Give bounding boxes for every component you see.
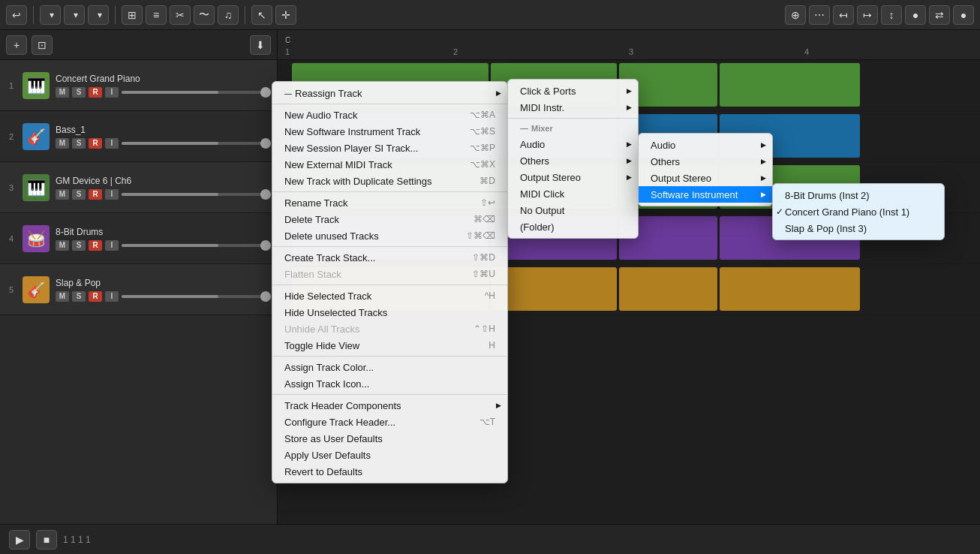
submenu-mixer-items: Audio Others Output Stereo Software Inst… <box>638 133 773 206</box>
submenu3-concert-grand[interactable]: Concert Grand Piano (Inst 1) <box>773 203 944 220</box>
slap-pop-label: Slap & Pop (Inst 3) <box>785 223 867 234</box>
8bit-drums-label: 8-Bit Drums (Inst 2) <box>785 190 870 201</box>
submenu2-audio-label: Audio <box>651 140 675 151</box>
menu-item-new-session[interactable]: New Session Player SI Track... ⌥⌘P <box>272 140 507 156</box>
toggle-hide-label: Toggle Hide View <box>284 340 359 351</box>
delete-unused-shortcut: ⇧⌘⌫ <box>451 230 495 241</box>
apply-defaults-label: Apply User Defaults <box>284 450 371 461</box>
menu-item-track-header-components[interactable]: Track Header Components <box>272 397 507 414</box>
menu-item-configure-header[interactable]: Configure Track Header... ⌥T <box>272 414 507 430</box>
new-software-label: New Software Instrument Track <box>284 126 420 137</box>
separator-4 <box>272 285 507 285</box>
menu-item-revert-defaults[interactable]: Revert to Defaults <box>272 463 507 480</box>
concert-grand-label: Concert Grand Piano (Inst 1) <box>785 206 909 218</box>
track-header-components-label: Track Header Components <box>284 400 401 411</box>
new-audio-shortcut: ⌥⌘A <box>455 110 495 120</box>
menu-item-apply-defaults[interactable]: Apply User Defaults <box>272 447 507 463</box>
submenu2-software-instrument[interactable]: Software Instrument 8-Bit Drums (Inst 2)… <box>639 186 772 203</box>
software-instrument-label: Software Instrument <box>651 189 738 200</box>
unhide-all-shortcut: ⌃⇧H <box>458 324 495 334</box>
create-stack-label: Create Track Stack... <box>284 252 375 263</box>
menu-item-unhide-all: Unhide All Tracks ⌃⇧H <box>272 321 507 337</box>
configure-header-shortcut: ⌥T <box>464 417 495 427</box>
rename-shortcut: ⇧↩ <box>465 197 495 208</box>
submenu2-others[interactable]: Others <box>639 153 772 170</box>
menu-item-new-software[interactable]: New Software Instrument Track ⌥⌘S <box>272 123 507 140</box>
menu-item-hide-unselected[interactable]: Hide Unselected Tracks <box>272 304 507 321</box>
new-duplicate-label: New Track with Duplicate Settings <box>284 176 432 187</box>
submenu1-no-output[interactable]: No Output <box>508 202 638 218</box>
separator-6 <box>272 394 507 395</box>
separator-3 <box>272 246 507 247</box>
assign-icon-label: Assign Track Icon... <box>284 378 369 390</box>
minus-icon: — <box>284 89 292 98</box>
midi-instr-label: MIDI Instr. <box>520 102 564 113</box>
delete-shortcut: ⌘⌫ <box>458 214 495 224</box>
submenu1-midi-instr[interactable]: MIDI Instr. <box>508 99 638 116</box>
audio-label: Audio <box>520 139 545 150</box>
menu-item-rename[interactable]: Rename Track ⇧↩ <box>272 194 507 211</box>
submenu1-folder[interactable]: (Folder) <box>508 218 638 235</box>
output-stereo-label: Output Stereo <box>520 172 581 183</box>
flatten-label: Flatten Stack <box>284 269 341 280</box>
submenu2-output-stereo[interactable]: Output Stereo <box>639 170 772 186</box>
hide-selected-label: Hide Selected Track <box>284 291 371 302</box>
submenu-software-instruments: 8-Bit Drums (Inst 2) Concert Grand Piano… <box>772 183 945 240</box>
new-software-shortcut: ⌥⌘S <box>455 126 495 137</box>
submenu1-click-ports[interactable]: Click & Ports <box>508 83 638 99</box>
submenu3-8bit-drums[interactable]: 8-Bit Drums (Inst 2) <box>773 187 944 203</box>
assign-color-label: Assign Track Color... <box>284 362 374 373</box>
menu-item-new-external[interactable]: New External MIDI Track ⌥⌘X <box>272 156 507 173</box>
menu-overlay: — Reassign Track New Audio Track ⌥⌘A New… <box>0 0 980 554</box>
rename-label: Rename Track <box>284 197 348 209</box>
store-defaults-label: Store as User Defaults <box>284 433 383 444</box>
menu-item-new-duplicate[interactable]: New Track with Duplicate Settings ⌘D <box>272 173 507 189</box>
submenu1-midi-click[interactable]: MIDI Click <box>508 185 638 202</box>
revert-defaults-label: Revert to Defaults <box>284 466 362 477</box>
new-external-label: New External MIDI Track <box>284 159 392 170</box>
submenu3-slap-pop[interactable]: Slap & Pop (Inst 3) <box>773 220 944 236</box>
flatten-shortcut: ⇧⌘U <box>457 269 495 279</box>
separator-2 <box>272 191 507 192</box>
menu-item-store-defaults[interactable]: Store as User Defaults <box>272 430 507 447</box>
submenu1-sep-mixer <box>508 118 638 119</box>
separator-5 <box>272 356 507 357</box>
menu-item-hide-selected[interactable]: Hide Selected Track ^H <box>272 288 507 304</box>
separator-1 <box>272 104 507 104</box>
folder-label: (Folder) <box>520 221 555 233</box>
menu-item-delete[interactable]: Delete Track ⌘⌫ <box>272 211 507 227</box>
no-output-label: No Output <box>520 205 564 216</box>
unhide-all-label: Unhide All Tracks <box>284 324 359 335</box>
menu-item-new-audio[interactable]: New Audio Track ⌥⌘A <box>272 107 507 123</box>
menu-item-reassign-track[interactable]: — Reassign Track <box>272 85 507 101</box>
delete-label: Delete Track <box>284 214 339 225</box>
submenu1-others[interactable]: Others <box>508 152 638 169</box>
new-audio-label: New Audio Track <box>284 110 358 121</box>
configure-header-label: Configure Track Header... <box>284 417 395 428</box>
submenu2-output-stereo-label: Output Stereo <box>651 173 711 184</box>
menu-item-flatten: Flatten Stack ⇧⌘U <box>272 266 507 282</box>
create-stack-shortcut: ⇧⌘D <box>457 252 495 263</box>
menu-item-assign-color[interactable]: Assign Track Color... <box>272 359 507 375</box>
mixer-header: — Mixer <box>508 121 638 136</box>
new-duplicate-shortcut: ⌘D <box>464 176 495 186</box>
submenu2-audio[interactable]: Audio <box>639 137 772 153</box>
hide-selected-shortcut: ^H <box>470 291 495 301</box>
new-session-label: New Session Player SI Track... <box>284 143 418 154</box>
delete-unused-label: Delete unused Tracks <box>284 230 379 242</box>
menu-item-toggle-hide[interactable]: Toggle Hide View H <box>272 337 507 354</box>
new-session-shortcut: ⌥⌘P <box>455 143 495 153</box>
hide-unselected-label: Hide Unselected Tracks <box>284 307 387 318</box>
menu-item-assign-icon[interactable]: Assign Track Icon... <box>272 375 507 392</box>
midi-click-label: MIDI Click <box>520 188 564 200</box>
new-external-shortcut: ⌥⌘X <box>455 159 495 170</box>
menu-item-delete-unused[interactable]: Delete unused Tracks ⇧⌘⌫ <box>272 227 507 244</box>
reassign-track-label: Reassign Track <box>295 88 362 99</box>
menu-item-create-stack[interactable]: Create Track Stack... ⇧⌘D <box>272 249 507 266</box>
submenu2-others-label: Others <box>651 156 680 167</box>
submenu1-output-stereo[interactable]: Output Stereo <box>508 169 638 185</box>
context-menu-primary: — Reassign Track New Audio Track ⌥⌘A New… <box>272 81 508 483</box>
submenu-reassign: Click & Ports MIDI Instr. — Mixer Audio … <box>507 79 639 239</box>
click-ports-label: Click & Ports <box>520 86 576 97</box>
submenu1-audio[interactable]: Audio Audio Others Output Stereo Softwar… <box>508 136 638 152</box>
